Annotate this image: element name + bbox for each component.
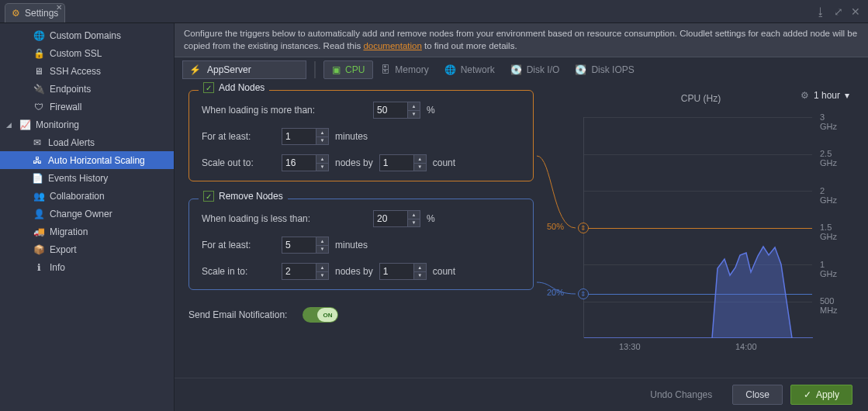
export-icon: 📦 — [33, 244, 45, 255]
metric-tab-memory[interactable]: 🗄Memory — [373, 61, 436, 78]
sidebar-item-auto-horizontal-scaling[interactable]: 🖧Auto Horizontal Scaling — [0, 151, 174, 169]
metric-tab-diskiops[interactable]: 💽Disk IOPS — [567, 61, 641, 78]
cpu-series — [584, 117, 813, 338]
metric-tab-network[interactable]: 🌐Network — [437, 61, 503, 78]
connector-lines — [537, 113, 583, 369]
range-select[interactable]: ⚙ 1 hour ▾ — [801, 90, 849, 101]
remove-for-label: For at least: — [202, 240, 275, 250]
add-scale-by-input[interactable] — [379, 154, 414, 171]
add-scale-label: Scale out to: — [202, 157, 275, 168]
sidebar-item-ssh-access[interactable]: 🖥SSH Access — [0, 62, 174, 80]
scaling-icon: 🖧 — [31, 155, 43, 166]
add-when-label: When loading is more than: — [202, 105, 322, 116]
add-scale-to-input[interactable] — [282, 154, 316, 171]
add-when-input[interactable] — [373, 102, 408, 119]
add-for-label: For at least: — [202, 131, 275, 142]
add-scale-to-stepper[interactable]: ▲▼ — [282, 154, 329, 171]
server-select[interactable]: ⚡ AppServer — [182, 60, 306, 79]
sidebar-item-monitoring[interactable]: ◢📈Monitoring — [0, 116, 174, 133]
globe-icon: 🌐 — [33, 30, 45, 41]
remove-scale-by-input[interactable] — [379, 263, 414, 280]
info-banner: Configure the triggers below to automati… — [175, 23, 868, 57]
remove-scale-to-stepper[interactable]: ▲▼ — [282, 263, 329, 280]
network-icon: 🌐 — [444, 64, 456, 75]
tab-settings[interactable]: ⚙ Settings ✕ — [5, 3, 65, 22]
remove-scale-by-stepper[interactable]: ▲▼ — [379, 263, 427, 280]
shield-icon: 🛡 — [33, 102, 45, 112]
sidebar-item-events-history[interactable]: 📄Events History — [0, 169, 174, 187]
bolt-icon: ⚡ — [189, 64, 201, 75]
add-nodes-checkbox[interactable]: ✓ — [203, 82, 214, 93]
remove-when-input[interactable] — [373, 210, 408, 227]
close-tab-icon[interactable]: ✕ — [56, 3, 62, 12]
step-up-icon[interactable]: ▲ — [408, 102, 420, 111]
endpoint-icon: 🔌 — [33, 84, 45, 95]
step-down-icon[interactable]: ▼ — [408, 111, 420, 119]
email-notification-label: Send Email Notification: — [188, 309, 287, 320]
remove-scale-to-input[interactable] — [282, 263, 316, 280]
sidebar-item-load-alerts[interactable]: ✉Load Alerts — [0, 133, 174, 151]
tab-title: Settings — [25, 8, 58, 19]
remove-when-stepper[interactable]: ▲▼ — [373, 210, 420, 227]
migration-icon: 🚚 — [33, 226, 45, 237]
sidebar-item-export[interactable]: 📦Export — [0, 240, 174, 258]
settings-tree: 🌐Custom Domains 🔒Custom SSL 🖥SSH Access … — [0, 23, 175, 411]
apply-button[interactable]: ✓Apply — [790, 385, 852, 405]
remove-for-input[interactable] — [282, 237, 316, 254]
alert-icon: ✉ — [31, 137, 43, 148]
chart-icon: 📈 — [19, 119, 31, 130]
undo-changes-button[interactable]: Undo Changes — [638, 385, 724, 405]
close-button[interactable]: Close — [732, 385, 783, 405]
terminal-icon: 🖥 — [33, 66, 45, 77]
remove-for-stepper[interactable]: ▲▼ — [282, 237, 329, 254]
expander-icon[interactable]: ◢ — [6, 121, 14, 129]
sidebar-item-custom-domains[interactable]: 🌐Custom Domains — [0, 26, 174, 44]
add-nodes-fieldset: ✓Add Nodes When loading is more than: ▲▼… — [188, 90, 534, 181]
email-notification-toggle[interactable]: ON — [303, 307, 338, 323]
sidebar-item-collaboration[interactable]: 👥Collaboration — [0, 187, 174, 205]
sidebar-item-endpoints[interactable]: 🔌Endpoints — [0, 80, 174, 98]
memory-icon: 🗄 — [381, 64, 390, 75]
gear-icon: ⚙ — [12, 8, 20, 19]
add-when-stepper[interactable]: ▲▼ — [373, 102, 420, 119]
sidebar-item-migration[interactable]: 🚚Migration — [0, 223, 174, 240]
lock-icon: 🔒 — [33, 48, 45, 59]
check-icon: ✓ — [804, 389, 811, 400]
chevron-down-icon: ▾ — [845, 90, 849, 101]
disk-icon: 💽 — [575, 64, 586, 75]
download-icon[interactable]: ⭳ — [815, 5, 826, 18]
remove-nodes-checkbox[interactable]: ✓ — [203, 191, 214, 202]
sidebar-item-info[interactable]: ℹInfo — [0, 258, 174, 276]
info-icon: ℹ — [33, 262, 45, 273]
add-for-input[interactable] — [282, 128, 316, 145]
add-scale-by-stepper[interactable]: ▲▼ — [379, 154, 427, 171]
gear-icon: ⚙ — [801, 90, 809, 101]
owner-icon: 👤 — [33, 209, 45, 219]
remove-nodes-fieldset: ✓Remove Nodes When loading is less than:… — [188, 199, 534, 290]
sidebar-item-change-owner[interactable]: 👤Change Owner — [0, 205, 174, 223]
metric-tab-diskio[interactable]: 💽Disk I/O — [503, 61, 568, 78]
close-window-icon[interactable]: ✕ — [851, 5, 860, 18]
divider — [314, 61, 316, 78]
metric-tab-cpu[interactable]: ▣CPU — [323, 60, 373, 79]
remove-scale-label: Scale in to: — [202, 266, 275, 277]
sidebar-item-custom-ssl[interactable]: 🔒Custom SSL — [0, 44, 174, 62]
documentation-link[interactable]: documentation — [363, 41, 421, 50]
add-for-stepper[interactable]: ▲▼ — [282, 128, 329, 145]
cpu-icon: ▣ — [332, 64, 341, 75]
maximize-icon[interactable]: ⤢ — [834, 5, 843, 18]
people-icon: 👥 — [33, 191, 45, 202]
history-icon: 📄 — [31, 173, 43, 184]
cpu-chart: 3 GHz 2.5 GHz 2 GHz 1.5 GHz 1 GHz 500 MH… — [583, 117, 812, 338]
remove-when-label: When loading is less than: — [202, 213, 322, 224]
sidebar-item-firewall[interactable]: 🛡Firewall — [0, 98, 174, 116]
disk-icon: 💽 — [510, 64, 522, 75]
